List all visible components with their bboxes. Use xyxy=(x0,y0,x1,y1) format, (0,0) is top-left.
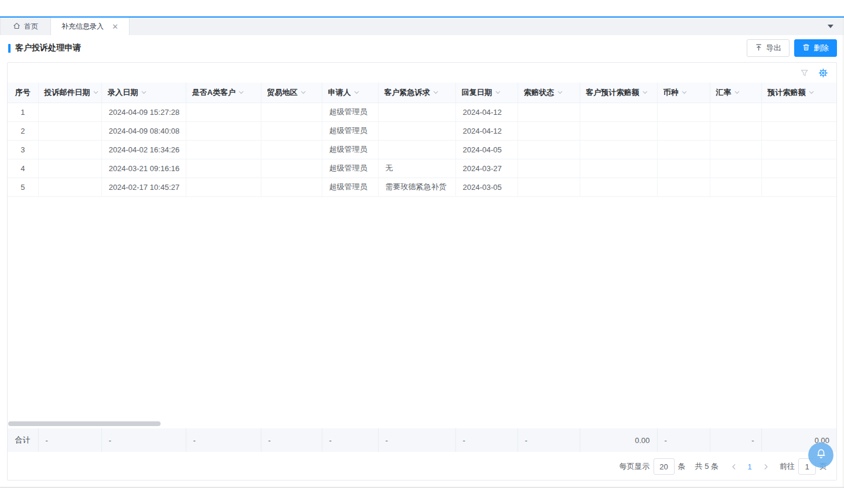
table-cell xyxy=(378,103,455,121)
tab-active-label: 补充信息录入 xyxy=(62,22,104,32)
summary-cell: 0.00 xyxy=(580,428,657,452)
table-cell xyxy=(38,121,101,140)
tab-supplementary-info[interactable]: 补充信息录入 ✕ xyxy=(50,18,130,35)
summary-cell: - xyxy=(38,428,101,452)
title-accent-bar xyxy=(8,44,11,53)
column-header-5[interactable]: 申请人 xyxy=(322,83,378,103)
pagination: 每页显示 条 共 5 条 1 前往 页 xyxy=(620,458,827,475)
horizontal-scrollbar-thumb[interactable] xyxy=(8,421,161,426)
table-cell: 2024-03-21 09:16:16 xyxy=(101,159,186,178)
trash-icon xyxy=(802,43,810,53)
column-header-8[interactable]: 索赔状态 xyxy=(518,83,580,103)
table-cell: 超级管理员 xyxy=(322,159,378,178)
caret-down-icon[interactable] xyxy=(828,25,833,28)
column-header-2[interactable]: 录入日期 xyxy=(101,83,186,103)
tab-home-label: 首页 xyxy=(24,22,38,32)
column-header-1[interactable]: 投诉邮件日期 xyxy=(38,83,101,103)
table-cell xyxy=(580,121,657,140)
table-panel: 序号投诉邮件日期录入日期是否A类客户贸易地区申请人客户紧急诉求回复日期索赔状态客… xyxy=(7,62,837,481)
column-header-label: 回复日期 xyxy=(462,88,492,97)
column-header-label: 汇率 xyxy=(716,88,731,97)
table-row[interactable]: 22024-04-09 08:40:08超级管理员2024-04-12 xyxy=(8,121,836,140)
table-cell: 超级管理员 xyxy=(322,103,378,121)
summary-cell: - xyxy=(322,428,378,452)
goto-label: 前往 xyxy=(780,461,795,472)
table-cell: 4 xyxy=(8,159,38,178)
summary-row: 合计--------0.00--0.00 xyxy=(8,428,836,452)
chevron-right-icon[interactable] xyxy=(758,458,772,475)
tab-home[interactable]: 首页 xyxy=(0,18,50,35)
column-header-10[interactable]: 币种 xyxy=(657,83,710,103)
table-cell xyxy=(761,121,836,140)
table-cell xyxy=(261,121,322,140)
column-header-label: 索赔状态 xyxy=(524,88,554,97)
table-cell xyxy=(38,140,101,159)
table-cell xyxy=(186,140,261,159)
table-cell xyxy=(261,103,322,121)
table-cell xyxy=(657,159,710,178)
table-cell xyxy=(710,121,761,140)
column-header-4[interactable]: 贸易地区 xyxy=(261,83,322,103)
export-button[interactable]: 导出 xyxy=(747,39,789,57)
column-header-3[interactable]: 是否A类客户 xyxy=(186,83,261,103)
page-number-1[interactable]: 1 xyxy=(742,462,757,471)
table-cell: 无 xyxy=(378,159,455,178)
table-cell: 需要玫德紧急补货 xyxy=(378,178,455,196)
column-header-label: 投诉邮件日期 xyxy=(45,88,90,97)
funnel-icon[interactable] xyxy=(800,69,809,77)
table-cell xyxy=(580,178,657,196)
table-cell: 2024-04-02 16:34:26 xyxy=(101,140,186,159)
table-cell xyxy=(710,159,761,178)
column-header-label: 贸易地区 xyxy=(267,88,298,97)
column-header-0: 序号 xyxy=(8,83,38,103)
column-header-11[interactable]: 汇率 xyxy=(710,83,761,103)
column-header-label: 预计索赔额 xyxy=(768,88,806,97)
delete-button-label: 删除 xyxy=(814,43,829,53)
table-cell xyxy=(261,140,322,159)
table-cell: 超级管理员 xyxy=(322,178,378,196)
table-row[interactable]: 42024-03-21 09:16:16超级管理员无2024-03-27 xyxy=(8,159,836,178)
table-cell: 超级管理员 xyxy=(322,140,378,159)
delete-button[interactable]: 删除 xyxy=(794,39,837,57)
table-cell xyxy=(261,159,322,178)
table-row[interactable]: 52024-02-17 10:45:27超级管理员需要玫德紧急补货2024-03… xyxy=(8,178,836,196)
table-cell: 5 xyxy=(8,178,38,196)
close-icon[interactable]: ✕ xyxy=(112,23,118,30)
home-icon xyxy=(13,22,21,31)
gear-icon[interactable] xyxy=(818,68,828,78)
top-strip xyxy=(0,0,844,16)
table-cell: 2024-04-09 08:40:08 xyxy=(101,121,186,140)
table-row[interactable]: 32024-04-02 16:34:26超级管理员2024-04-05 xyxy=(8,140,836,159)
column-header-label: 客户紧急诉求 xyxy=(384,88,430,97)
table-cell: 2 xyxy=(8,121,38,140)
table-cell: 2024-03-27 xyxy=(455,159,518,178)
window-right-edge xyxy=(843,18,843,487)
column-header-9[interactable]: 客户预计索赔额 xyxy=(580,83,657,103)
table-cell xyxy=(657,103,710,121)
summary-cell: - xyxy=(378,428,455,452)
per-page-input[interactable] xyxy=(654,458,675,475)
summary-cell: - xyxy=(657,428,710,452)
total-count-label: 共 5 条 xyxy=(695,461,719,472)
table-cell: 3 xyxy=(8,140,38,159)
page-title: 客户投诉处理申请 xyxy=(15,43,81,53)
table-cell xyxy=(261,178,322,196)
column-header-6[interactable]: 客户紧急诉求 xyxy=(378,83,455,103)
table-toolbar xyxy=(8,63,836,83)
app-window: 首页 补充信息录入 ✕ 客户投诉处理申请 导出 xyxy=(0,0,844,504)
column-header-label: 币种 xyxy=(663,88,679,97)
table-row[interactable]: 12024-04-09 15:27:28超级管理员2024-04-12 xyxy=(8,103,836,121)
notification-bell-button[interactable] xyxy=(808,442,833,468)
table-cell: 2024-02-17 10:45:27 xyxy=(101,178,186,196)
table-cell: 2024-04-05 xyxy=(455,140,518,159)
table-cell xyxy=(580,159,657,178)
column-header-7[interactable]: 回复日期 xyxy=(455,83,518,103)
table-cell xyxy=(710,178,761,196)
column-header-12[interactable]: 预计索赔额 xyxy=(761,83,836,103)
chevron-left-icon[interactable] xyxy=(727,458,741,475)
column-header-label: 序号 xyxy=(15,88,30,97)
table-cell xyxy=(518,159,580,178)
table-header-row: 序号投诉邮件日期录入日期是否A类客户贸易地区申请人客户紧急诉求回复日期索赔状态客… xyxy=(8,83,836,103)
table-cell xyxy=(518,140,580,159)
table-cell xyxy=(710,103,761,121)
